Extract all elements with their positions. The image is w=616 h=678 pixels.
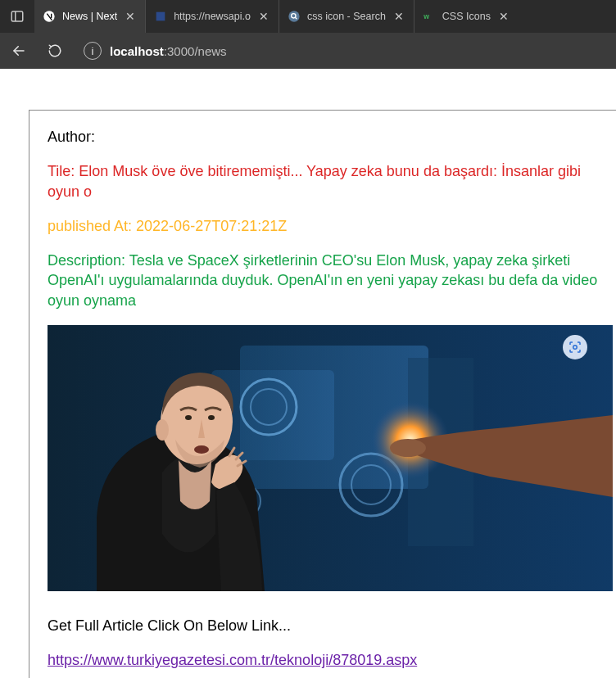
back-button[interactable]	[7, 38, 31, 63]
arrow-left-icon	[11, 43, 26, 58]
svg-point-24	[208, 415, 215, 420]
tab-close-icon[interactable]: ✕	[124, 10, 137, 23]
svg-rect-0	[11, 11, 23, 21]
article-link-line: https://www.turkiyegazetesi.com.tr/tekno…	[48, 650, 616, 670]
panel-icon	[10, 9, 25, 24]
tab-label: CSS Icons	[442, 11, 491, 22]
tab-newsapi[interactable]: https://newsapi.o ✕	[146, 0, 279, 33]
author-label: Author:	[48, 127, 616, 147]
svg-point-5	[288, 11, 299, 21]
svg-text:w: w	[423, 12, 429, 20]
tab-label: News | Next	[62, 11, 117, 22]
refresh-icon	[48, 43, 62, 58]
site-icon	[154, 10, 167, 23]
search-engine-icon	[288, 10, 301, 23]
url: localhost:3000/news	[110, 44, 227, 58]
svg-point-23	[185, 415, 192, 420]
w3-icon: w	[423, 10, 436, 23]
tab-close-icon[interactable]: ✕	[392, 10, 405, 23]
site-info-icon[interactable]: i	[84, 42, 102, 60]
svg-point-20	[390, 439, 426, 457]
article-title: Tile: Elon Musk öve öve bitirememişti...…	[48, 161, 616, 201]
svg-rect-4	[156, 12, 165, 21]
tab-label: css icon - Search	[307, 11, 386, 22]
refresh-button[interactable]	[43, 38, 67, 63]
article-image-wrap	[48, 325, 616, 591]
tab-css-icons[interactable]: w CSS Icons ✕	[414, 0, 519, 33]
tab-label: https://newsapi.o	[174, 11, 251, 22]
address-bar[interactable]: i localhost:3000/news	[79, 42, 609, 60]
article-published-at: published At: 2022-06-27T07:21:21Z	[48, 216, 616, 236]
tab-actions-button[interactable]	[0, 0, 34, 33]
browser-toolbar: i localhost:3000/news	[0, 33, 616, 69]
svg-point-26	[573, 346, 578, 350]
article-link[interactable]: https://www.turkiyegazetesi.com.tr/tekno…	[48, 652, 417, 668]
nextjs-icon	[43, 10, 56, 23]
visual-search-icon	[568, 340, 582, 355]
visual-search-button[interactable]	[563, 335, 587, 359]
svg-point-25	[194, 445, 209, 454]
tab-news-next[interactable]: News | Next ✕	[34, 0, 146, 33]
article-card: Author: Tile: Elon Musk öve öve bitireme…	[29, 110, 616, 678]
url-rest: :3000/news	[164, 44, 227, 58]
cta-text: Get Full Article Click On Below Link...	[48, 616, 616, 635]
svg-point-22	[156, 419, 169, 441]
article-image	[48, 325, 613, 591]
article-description: Description: Tesla ve SpaceX şirketlerin…	[48, 251, 616, 310]
browser-tabstrip: News | Next ✕ https://newsapi.o ✕ css ic…	[0, 0, 616, 33]
webpage-body: Author: Tile: Elon Musk öve öve bitireme…	[0, 69, 616, 678]
tab-css-icon-search[interactable]: css icon - Search ✕	[279, 0, 414, 33]
tab-close-icon[interactable]: ✕	[497, 10, 510, 23]
tab-close-icon[interactable]: ✕	[257, 10, 270, 23]
url-host: localhost	[110, 44, 164, 58]
